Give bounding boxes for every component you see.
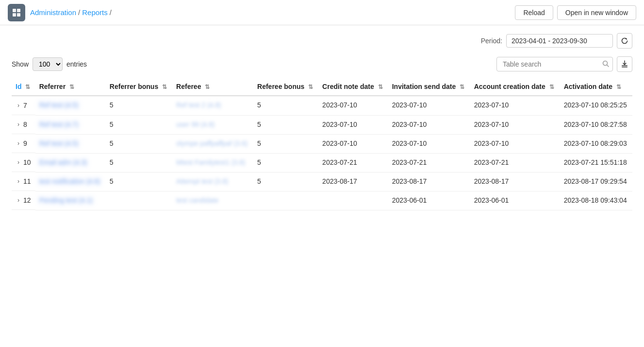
cell-referrer: Ref test (4.5) [35, 96, 106, 115]
search-box [496, 57, 613, 71]
id-value: 12 [23, 196, 31, 204]
entries-select[interactable]: 10 25 50 100 [33, 57, 63, 71]
refresh-button[interactable] [617, 33, 632, 49]
col-header-invitation-send-date[interactable]: Invitation send date ⇅ [388, 78, 470, 96]
cell-referrer-bonus [106, 191, 172, 210]
cell-referrer-bonus: 5 [106, 134, 172, 153]
svg-rect-0 [13, 9, 16, 12]
col-header-id[interactable]: Id ⇅ [12, 78, 35, 96]
cell-referee: olympe paffpaffpaf (3.6) [172, 134, 253, 153]
sort-icon-referee: ⇅ [205, 84, 210, 90]
id-value: 8 [23, 121, 27, 128]
cell-referee: test candidate [172, 191, 253, 210]
cell-credit-note-date: 2023-08-17 [318, 172, 388, 191]
cell-referrer: Ref test (4.5) [35, 134, 106, 153]
cell-referee: Mtest Familytest1 (3.8) [172, 153, 253, 172]
breadcrumb: Administration / Reports / [30, 8, 112, 17]
col-header-referee-bonus[interactable]: Referee bonus ⇅ [253, 78, 318, 96]
referrer-value: Email adm (4.3) [39, 158, 87, 166]
id-value: 7 [23, 102, 27, 109]
cell-id: ›7 [12, 96, 35, 115]
cell-referee-bonus: 5 [253, 96, 318, 115]
table-row: ›10Email adm (4.3)5Mtest Familytest1 (3.… [12, 153, 632, 172]
svg-rect-3 [17, 13, 20, 17]
cell-activation-date: 2023-07-10 08:25:25 [560, 96, 632, 115]
reload-button[interactable]: Reload [515, 5, 553, 20]
show-entries: Show 10 25 50 100 entries [12, 57, 87, 71]
search-export [496, 56, 632, 72]
expand-button[interactable]: › [16, 196, 21, 205]
cell-referrer: Email adm (4.3) [35, 153, 106, 172]
cell-credit-note-date [318, 191, 388, 210]
col-header-referrer-bonus[interactable]: Referrer bonus ⇅ [106, 78, 172, 96]
period-input[interactable] [506, 34, 613, 48]
col-header-activation-date[interactable]: Activation date ⇅ [560, 78, 632, 96]
cell-credit-note-date: 2023-07-10 [318, 96, 388, 115]
cell-referee: Attempt test (3.8) [172, 172, 253, 191]
cell-referee-bonus: 5 [253, 115, 318, 134]
cell-activation-date: 2023-08-18 09:43:04 [560, 191, 632, 210]
cell-activation-date: 2023-07-10 08:29:03 [560, 134, 632, 153]
sort-icon-referee-bonus: ⇅ [308, 84, 313, 90]
table-row: ›9Ref test (4.5)5olympe paffpaffpaf (3.6… [12, 134, 632, 153]
svg-rect-2 [13, 13, 16, 17]
entries-label: entries [66, 60, 87, 68]
cell-id: ›8 [12, 115, 35, 134]
cell-referee-bonus: 5 [253, 172, 318, 191]
header-right: Reload Open in new window [515, 5, 636, 20]
period-row: Period: [12, 33, 632, 49]
data-table: Id ⇅ Referrer ⇅ Referrer bonus ⇅ Referee… [12, 78, 632, 210]
cell-activation-date: 2023-07-10 08:27:58 [560, 115, 632, 134]
svg-rect-6 [622, 65, 627, 66]
sort-icon-credit-note-date: ⇅ [378, 84, 383, 90]
cell-referrer-bonus: 5 [106, 153, 172, 172]
expand-button[interactable]: › [16, 120, 21, 129]
cell-invitation-send-date: 2023-07-10 [388, 134, 470, 153]
header-row: Id ⇅ Referrer ⇅ Referrer bonus ⇅ Referee… [12, 78, 632, 96]
table-row: ›8Ref test (4.7)5user 99 (4.8)52023-07-1… [12, 115, 632, 134]
col-header-referrer[interactable]: Referrer ⇅ [35, 78, 106, 96]
cell-referrer: test notification (4.6) [35, 172, 106, 191]
sort-icon-referrer-bonus: ⇅ [162, 84, 167, 90]
expand-button[interactable]: › [16, 158, 21, 167]
cell-referee-bonus: 5 [253, 153, 318, 172]
breadcrumb-sep-1: / [78, 8, 80, 17]
cell-referee: user 99 (4.8) [172, 115, 253, 134]
open-new-window-button[interactable]: Open in new window [557, 5, 636, 20]
cell-referrer: Ref test (4.7) [35, 115, 106, 134]
referee-value: Ref test 2 (4.8) [176, 101, 221, 109]
cell-invitation-send-date: 2023-07-10 [388, 96, 470, 115]
expand-button[interactable]: › [16, 139, 21, 148]
cell-id: ›12 [12, 191, 35, 210]
referrer-value: Pending test (4.1) [39, 196, 93, 204]
sort-icon-invitation-send-date: ⇅ [460, 84, 464, 90]
period-label: Period: [481, 37, 502, 45]
cell-account-creation-date: 2023-07-21 [470, 153, 560, 172]
referee-value: user 99 (4.8) [176, 121, 215, 128]
col-header-referee[interactable]: Referee ⇅ [172, 78, 253, 96]
referee-value: Attempt test (3.8) [176, 177, 228, 185]
id-value: 11 [23, 177, 31, 185]
cell-referee-bonus: 5 [253, 134, 318, 153]
cell-referrer-bonus: 5 [106, 96, 172, 115]
table-row: ›7Ref test (4.5)5Ref test 2 (4.8)52023-0… [12, 96, 632, 115]
svg-rect-7 [622, 67, 627, 68]
search-input[interactable] [496, 57, 613, 71]
breadcrumb-reports[interactable]: Reports [82, 8, 108, 17]
col-header-account-creation-date[interactable]: Account creation date ⇅ [470, 78, 560, 96]
breadcrumb-administration[interactable]: Administration [30, 8, 76, 17]
cell-id: ›10 [12, 153, 35, 172]
expand-button[interactable]: › [16, 101, 21, 110]
referrer-value: Ref test (4.7) [39, 121, 79, 128]
export-button[interactable] [617, 56, 632, 72]
expand-button[interactable]: › [16, 177, 21, 186]
referrer-value: test notification (4.6) [39, 177, 100, 185]
cell-account-creation-date: 2023-07-10 [470, 134, 560, 153]
referee-value: test candidate [176, 196, 218, 204]
cell-invitation-send-date: 2023-07-21 [388, 153, 470, 172]
id-value: 10 [23, 158, 31, 166]
col-header-credit-note-date[interactable]: Credit note date ⇅ [318, 78, 388, 96]
header-left: Administration / Reports / [8, 4, 112, 21]
refresh-icon [621, 37, 628, 45]
sort-icon-activation-date: ⇅ [616, 84, 621, 90]
